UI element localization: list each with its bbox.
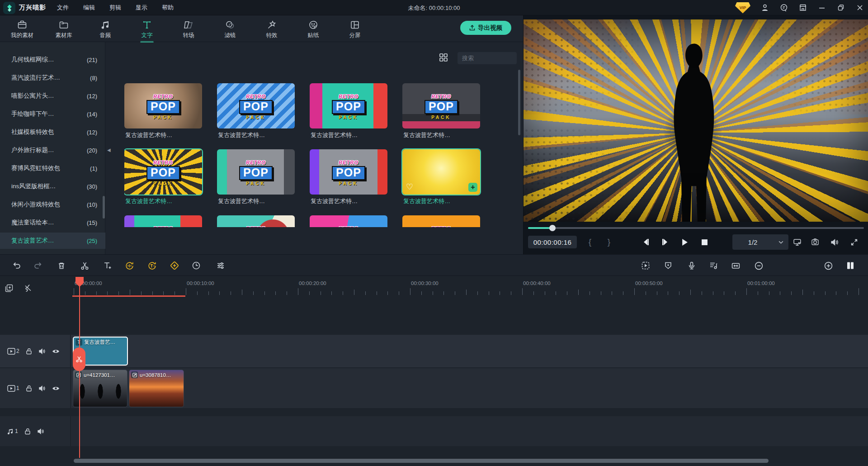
menu-item-4[interactable]: 帮助 <box>160 3 175 13</box>
media-thumbnail[interactable]: RETROPOPPACK <box>217 83 295 128</box>
media-item-6[interactable]: RETROPOPPACK复古波普艺术特… <box>217 149 295 195</box>
fullscreen-icon[interactable] <box>848 237 860 247</box>
media-item-10[interactable]: RETROPOPPACK <box>217 215 295 227</box>
export-video-button[interactable]: 导出视频 <box>460 21 511 35</box>
sidebar-item-4[interactable]: 社媒模板特效包(12) <box>0 124 105 140</box>
lock-icon[interactable] <box>26 385 32 392</box>
mark-out-icon[interactable]: } <box>604 236 614 248</box>
sidebar-item-10[interactable]: 复古波普艺术…(25) <box>0 233 105 249</box>
sidebar-scrollbar[interactable] <box>103 196 105 219</box>
menu-item-3[interactable]: 显示 <box>134 3 149 13</box>
timeline-horizontal-scrollbar[interactable] <box>74 459 769 463</box>
sidebar-item-5[interactable]: 户外旅行标题…(20) <box>0 142 105 158</box>
media-item-11[interactable]: RETROPOPPACK <box>310 215 387 227</box>
previous-frame-button[interactable] <box>640 237 652 247</box>
sidebar-item-2[interactable]: 喵影公寓片头…(12) <box>0 88 105 104</box>
lock-icon[interactable] <box>26 348 32 355</box>
snapshot-camera-icon[interactable] <box>809 237 821 247</box>
sidebar-item-7[interactable]: ins风竖版相框…(30) <box>0 178 105 195</box>
redo-icon[interactable] <box>32 260 44 271</box>
mute-icon[interactable] <box>38 385 46 392</box>
render-preview-icon[interactable] <box>640 260 651 271</box>
preview-video[interactable] <box>524 19 868 222</box>
visibility-eye-icon[interactable] <box>52 348 60 354</box>
media-thumbnail[interactable]: RETROPOPPACK <box>217 149 295 195</box>
feedback-icon[interactable] <box>779 3 788 12</box>
media-grid-scrollbar[interactable] <box>518 70 520 135</box>
media-thumbnail[interactable]: RETROPOPPACK <box>402 83 480 128</box>
media-item-7[interactable]: RETROPOPPACK复古波普艺术特… <box>310 149 387 195</box>
preview-seek-bar[interactable] <box>528 227 864 229</box>
store-icon[interactable] <box>798 3 807 12</box>
media-item-8[interactable]: ♡+复古波普艺术特… <box>402 149 480 195</box>
lock-icon[interactable] <box>24 428 31 435</box>
tab-特效[interactable]: 特效 <box>255 17 288 42</box>
volume-icon[interactable] <box>828 237 840 247</box>
sidebar-item-8[interactable]: 休闲小游戏特效包(10) <box>0 196 105 213</box>
tab-分屏[interactable]: 分屏 <box>338 17 372 42</box>
audio-mixer-icon[interactable] <box>708 260 719 271</box>
media-item-12[interactable]: RETROPOPPACK <box>402 215 480 227</box>
tab-贴纸[interactable]: 贴纸 <box>297 17 330 42</box>
media-thumbnail[interactable]: RETROPOPPACK <box>124 83 202 128</box>
media-thumbnail[interactable]: RETROPOPPACK <box>217 215 295 227</box>
marker-icon[interactable] <box>662 260 674 271</box>
menu-item-2[interactable]: 剪辑 <box>108 3 123 13</box>
display-device-icon[interactable] <box>791 237 803 247</box>
minimize-button[interactable] <box>817 3 826 12</box>
close-button[interactable] <box>855 3 864 12</box>
zoom-in-icon[interactable] <box>822 260 834 271</box>
zoom-out-icon[interactable] <box>753 260 764 271</box>
next-frame-button[interactable] <box>659 237 671 247</box>
play-button[interactable] <box>679 237 690 247</box>
fit-timeline-icon[interactable] <box>730 260 741 271</box>
text-to-speech-icon[interactable] <box>146 260 158 271</box>
media-item-4[interactable]: RETROPOPPACK复古波普艺术特… <box>402 83 480 128</box>
sidebar-collapse-icon[interactable]: ◀ <box>107 147 111 152</box>
menu-item-0[interactable]: 文件 <box>55 3 71 13</box>
undo-icon[interactable] <box>10 260 22 271</box>
split-scissors-icon[interactable] <box>79 260 90 271</box>
media-item-5[interactable]: RETROPOPPACK复古波普艺术特… <box>124 149 202 195</box>
mute-icon[interactable] <box>38 348 46 355</box>
media-item-3[interactable]: RETROPOPPACK复古波普艺术特… <box>310 83 387 128</box>
media-thumbnail[interactable]: RETROPOPPACK <box>124 215 202 227</box>
grid-view-icon[interactable] <box>439 53 449 63</box>
panel-layout-icon[interactable] <box>844 260 856 271</box>
sidebar-item-0[interactable]: 几何线框网综…(21) <box>0 52 105 68</box>
speech-to-text-icon[interactable] <box>123 260 135 271</box>
media-item-2[interactable]: RETROPOPPACK复古波普艺术特… <box>217 83 295 128</box>
playhead-cut-button[interactable] <box>73 347 85 371</box>
tab-我的素材[interactable]: 我的素材 <box>5 17 39 42</box>
sidebar-item-1[interactable]: 蒸汽波流行艺术…(8) <box>0 70 105 86</box>
menu-item-1[interactable]: 编辑 <box>81 3 97 13</box>
media-item-9[interactable]: RETROPOPPACK <box>124 215 202 227</box>
tab-音频[interactable]: 音频 <box>89 17 122 42</box>
preview-quality-dropdown[interactable]: 1/2 <box>732 234 788 250</box>
timeline-image-clip-1[interactable]: u=4127301… <box>73 370 127 407</box>
media-thumbnail[interactable]: RETROPOPPACK <box>402 215 480 227</box>
favorite-heart-icon[interactable]: ♡ <box>406 182 413 192</box>
timeline-ruler[interactable]: 00:00:00:0000:00:10:0000:00:20:0000:00:3… <box>0 276 868 297</box>
mark-in-icon[interactable]: { <box>585 236 595 248</box>
seek-knob[interactable] <box>549 225 556 231</box>
mute-icon[interactable] <box>37 428 44 435</box>
media-thumbnail[interactable]: ♡+ <box>402 149 480 195</box>
restore-button[interactable] <box>836 3 845 12</box>
vip-badge[interactable]: VIP <box>735 2 750 14</box>
timeline-image-clip-2[interactable]: u=3087810… <box>129 370 184 407</box>
media-thumbnail[interactable]: RETROPOPPACK <box>124 149 202 195</box>
media-thumbnail[interactable]: RETROPOPPACK <box>310 83 387 128</box>
tab-文字[interactable]: 文字 <box>130 17 164 42</box>
sidebar-item-9[interactable]: 魔法童话绘本…(15) <box>0 214 105 231</box>
tab-转场[interactable]: 转场 <box>172 17 205 42</box>
media-thumbnail[interactable]: RETROPOPPACK <box>310 215 387 227</box>
add-text-icon[interactable] <box>102 260 113 271</box>
voiceover-mic-icon[interactable] <box>686 260 698 271</box>
account-icon[interactable] <box>760 3 769 12</box>
stop-button[interactable] <box>698 237 710 247</box>
tab-滤镜[interactable]: 滤镜 <box>213 17 247 42</box>
delete-icon[interactable] <box>56 260 67 271</box>
media-item-1[interactable]: RETROPOPPACK复古波普艺术特… <box>124 83 202 128</box>
visibility-eye-icon[interactable] <box>52 385 60 391</box>
